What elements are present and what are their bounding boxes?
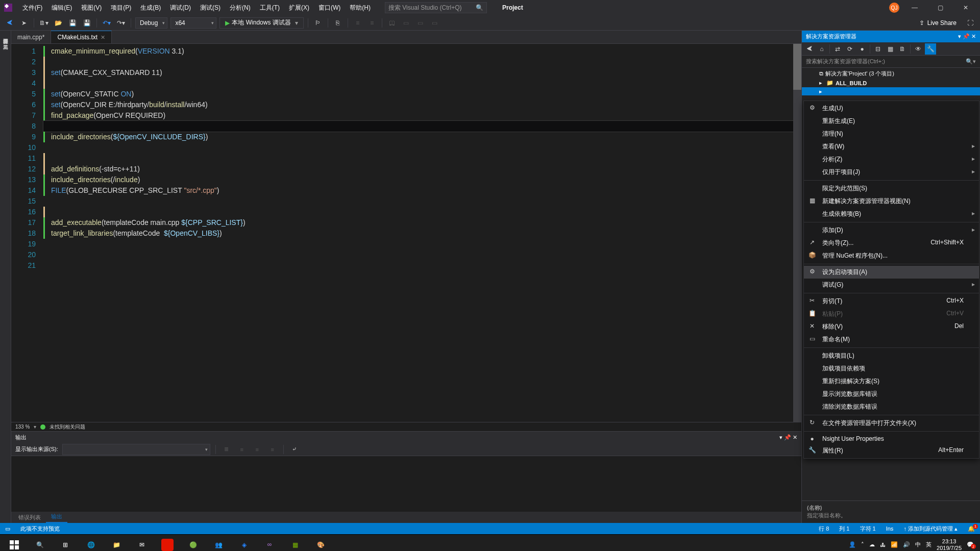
start-debug-button[interactable]: ▶ 本地 Windows 调试器 ▾: [219, 17, 303, 29]
nav-back-button[interactable]: ⮜: [4, 17, 15, 29]
menu-扩展(X)[interactable]: 扩展(X): [285, 2, 313, 14]
menu-调试(D)[interactable]: 调试(D): [166, 2, 195, 14]
teams-icon[interactable]: 👥: [206, 536, 231, 552]
taskview-button[interactable]: ⊞: [53, 536, 78, 552]
output-panel-controls[interactable]: ▾ 📌 ✕: [779, 434, 797, 441]
tray-up-icon[interactable]: ˄: [861, 541, 864, 548]
output-toggle-3[interactable]: ≡: [267, 444, 278, 455]
search-button[interactable]: 🔍: [28, 536, 52, 552]
context-menu-item[interactable]: ✂剪切(T)Ctrl+X: [804, 295, 979, 308]
menu-视图(V)[interactable]: 视图(V): [77, 2, 106, 14]
editor-tab[interactable]: CMakeLists.txt✕: [51, 31, 112, 43]
minimize-button[interactable]: ―: [904, 1, 925, 15]
tree-item-allbuild[interactable]: ▸📁 ALL_BUILD: [802, 79, 980, 87]
context-menu-item[interactable]: 查看(W)▸: [804, 140, 979, 153]
tree-item-selected[interactable]: ▸: [802, 87, 980, 95]
user-avatar[interactable]: QJ: [889, 3, 899, 13]
output-source-dropdown[interactable]: [62, 444, 210, 455]
se-btn3-icon[interactable]: ●: [856, 43, 868, 55]
toolbar-btn-5[interactable]: 🕮: [386, 17, 398, 29]
tray-notif-icon[interactable]: 💬2: [967, 541, 974, 548]
toolbar-btn-7[interactable]: ▭: [415, 17, 426, 29]
open-button[interactable]: 📂: [53, 17, 64, 29]
output-body[interactable]: [11, 456, 801, 512]
context-menu-item[interactable]: ▭重命名(M): [804, 333, 979, 346]
se-sync-icon[interactable]: ⇄: [832, 43, 843, 55]
se-preview-icon[interactable]: 👁: [913, 43, 924, 55]
status-scm[interactable]: ↑ 添加到源代码管理 ▴: [903, 525, 958, 533]
new-project-button[interactable]: 🗎▾: [38, 17, 50, 29]
context-menu[interactable]: ⚙生成(U)重新生成(E)清理(N)查看(W)▸分析(Z)▸仅用于项目(J)▸限…: [803, 101, 979, 459]
start-button[interactable]: [2, 536, 27, 552]
se-wrench-icon[interactable]: 🔧: [925, 43, 936, 55]
toolbar-btn-4[interactable]: ≡: [366, 17, 378, 29]
context-menu-item[interactable]: 📦管理 NuGet 程序包(N)...: [804, 249, 979, 262]
output-tab[interactable]: 错误列表: [13, 512, 46, 523]
context-menu-item[interactable]: ●Nsight User Properties: [804, 433, 979, 444]
tray-cloud-icon[interactable]: ☁: [869, 541, 875, 548]
save-all-button[interactable]: 💾: [81, 17, 92, 29]
context-menu-item[interactable]: ⚙生成(U): [804, 102, 979, 115]
panel-controls[interactable]: ▾ 📌 ✕: [958, 33, 976, 40]
toolbar-btn-3[interactable]: ≡: [352, 17, 363, 29]
context-menu-item[interactable]: ⚙设为启动项目(A): [804, 266, 979, 279]
output-tab[interactable]: 输出: [46, 511, 67, 523]
menu-文件(F)[interactable]: 文件(F): [18, 2, 46, 14]
toolbar-btn-6[interactable]: ▭: [401, 17, 412, 29]
menu-工具(T)[interactable]: 工具(T): [256, 2, 284, 14]
mail-icon[interactable]: ✉: [130, 536, 154, 552]
tray-ime1[interactable]: 中: [915, 541, 921, 548]
se-home-icon[interactable]: ⌂: [816, 43, 827, 55]
context-menu-item[interactable]: 清除浏览数据库错误: [804, 400, 979, 413]
tray-wifi-icon[interactable]: 📶: [891, 541, 898, 548]
toolbar-btn-2[interactable]: ⎘: [332, 17, 344, 29]
menu-项目(P)[interactable]: 项目(P): [107, 2, 135, 14]
tray-net-icon[interactable]: 🖧: [880, 542, 886, 548]
context-menu-item[interactable]: 清理(N): [804, 128, 979, 140]
context-menu-item[interactable]: 加载项目依赖项: [804, 362, 979, 375]
close-button[interactable]: ✕: [955, 1, 976, 15]
code-content[interactable]: cmake_minimum_required(VERSION 3.1) set(…: [42, 44, 801, 422]
solution-tree[interactable]: ⧉ 解决方案'Project' (3 个项目) ▸📁 ALL_BUILD ▸: [802, 68, 980, 96]
se-refresh-icon[interactable]: ⟳: [844, 43, 855, 55]
app-paint-icon[interactable]: 🎨: [308, 536, 333, 552]
output-clear-button[interactable]: ≣: [221, 444, 232, 455]
menu-窗口(W)[interactable]: 窗口(W): [314, 2, 345, 14]
context-menu-item[interactable]: 生成依赖项(B)▸: [804, 208, 979, 220]
explorer-icon[interactable]: 📁: [104, 536, 129, 552]
tray-ime2[interactable]: 英: [926, 541, 932, 548]
output-toggle-1[interactable]: ≡: [236, 444, 248, 455]
undo-button[interactable]: ↶▾: [101, 17, 112, 29]
tray-people-icon[interactable]: 👤: [849, 541, 856, 548]
se-collapse-icon[interactable]: ⊟: [872, 43, 884, 55]
context-menu-item[interactable]: 重新生成(E): [804, 115, 979, 128]
menu-编辑(E)[interactable]: 编辑(E): [47, 2, 76, 14]
toolbox-tab[interactable]: 工具箱: [1, 39, 10, 43]
context-menu-item[interactable]: ✕移除(V)Del: [804, 320, 979, 333]
close-icon[interactable]: ✕: [101, 34, 105, 41]
context-menu-item[interactable]: 添加(D)▸: [804, 224, 979, 237]
se-showall-icon[interactable]: ▦: [885, 43, 896, 55]
quick-search[interactable]: 搜索 Visual Studio (Ctrl+Q) 🔍: [385, 2, 487, 13]
edge-icon[interactable]: 🌐: [79, 536, 103, 552]
context-menu-item[interactable]: 重新扫描解决方案(S): [804, 375, 979, 388]
tray-vol-icon[interactable]: 🔊: [903, 541, 910, 548]
output-toggle-2[interactable]: ≡: [252, 444, 263, 455]
context-menu-item[interactable]: 分析(Z)▸: [804, 153, 979, 166]
context-menu-item[interactable]: 限定为此范围(S): [804, 182, 979, 195]
context-menu-item[interactable]: ▦新建解决方案资源管理器视图(N): [804, 195, 979, 208]
chrome-icon[interactable]: 🟢: [181, 536, 205, 552]
live-share-button[interactable]: ⇪ Live Share: [919, 19, 957, 27]
toolbar-btn-8[interactable]: ▭: [429, 17, 440, 29]
app-green-icon[interactable]: ▦: [283, 536, 307, 552]
menu-帮助(H)[interactable]: 帮助(H): [346, 2, 375, 14]
code-editor[interactable]: 123456789101112131415161718192021 cmake_…: [11, 44, 801, 422]
sourcetree-icon[interactable]: ◈: [232, 536, 256, 552]
platform-dropdown[interactable]: x64: [170, 17, 216, 29]
nav-fwd-button[interactable]: ➤: [18, 17, 30, 29]
config-dropdown[interactable]: Debug: [135, 17, 167, 29]
redo-button[interactable]: ↷▾: [115, 17, 127, 29]
solution-toolbar[interactable]: ⮜ ⌂ ⇄ ⟳ ● ⊟ ▦ 🗎 👁 🔧: [802, 42, 980, 56]
editor-scrollbar[interactable]: [793, 44, 801, 422]
se-properties-icon[interactable]: 🗎: [897, 43, 908, 55]
